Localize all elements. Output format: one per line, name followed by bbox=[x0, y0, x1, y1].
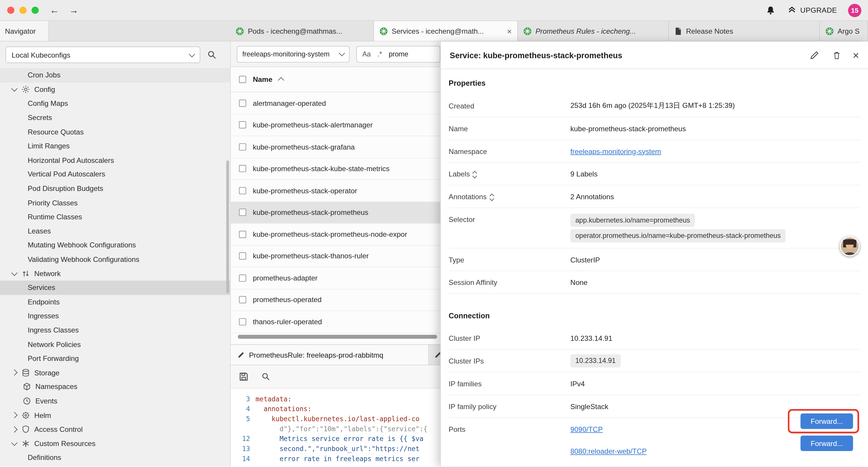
table-row[interactable]: kube-prometheus-stack-operator bbox=[231, 180, 446, 202]
sidebar-item-custom-resources[interactable]: Custom Resources bbox=[0, 436, 230, 450]
window-minimize-button[interactable] bbox=[20, 6, 27, 13]
sidebar-item-mutating-webhook-configurations[interactable]: Mutating Webhook Configurations bbox=[0, 238, 230, 252]
table-row[interactable]: thanos-ruler-operated bbox=[231, 311, 446, 333]
search-input[interactable]: Aa .* prome bbox=[356, 46, 440, 62]
search-icon[interactable] bbox=[259, 371, 272, 383]
dock-tab-prometheusrule[interactable]: PrometheusRule: freeleaps-prod-rabbitmq bbox=[231, 345, 429, 365]
sidebar-item-network-policies[interactable]: Network Policies bbox=[0, 337, 230, 351]
sidebar-item-leases[interactable]: Leases bbox=[0, 224, 230, 238]
sidebar-item-storage[interactable]: Storage bbox=[0, 366, 230, 380]
tab-services[interactable]: Services - icecheng@math... × bbox=[374, 21, 518, 41]
row-checkbox[interactable] bbox=[239, 165, 246, 172]
table-row[interactable]: prometheus-operated bbox=[231, 289, 446, 311]
sidebar-item-resource-quotas[interactable]: Resource Quotas bbox=[0, 125, 230, 139]
sidebar-item-config[interactable]: Config bbox=[0, 82, 230, 96]
sidebar-item-config-maps[interactable]: Config Maps bbox=[0, 96, 230, 111]
sidebar-item-limit-ranges[interactable]: Limit Ranges bbox=[0, 139, 230, 153]
forward-button[interactable]: Forward... bbox=[801, 436, 853, 451]
property-row-created: Created 253d 16h 6m ago (2025年1月13日 GMT+… bbox=[449, 95, 860, 117]
property-row-type: Type ClusterIP bbox=[449, 249, 860, 271]
sidebar-item-cron-jobs[interactable]: Cron Jobs bbox=[0, 68, 230, 82]
table-row[interactable]: kube-prometheus-stack-prometheus-node-ex… bbox=[231, 224, 446, 245]
table-row[interactable]: alertmanager-operated bbox=[231, 92, 446, 114]
sidebar-item-runtime-classes[interactable]: Runtime Classes bbox=[0, 210, 230, 224]
kubeconfig-selector[interactable]: Local Kubeconfigs bbox=[6, 47, 200, 63]
sidebar-item-ingresses[interactable]: Ingresses bbox=[0, 309, 230, 323]
dock-tab-label: PrometheusRule: freeleaps-prod-rabbitmq bbox=[249, 351, 383, 359]
table-row[interactable]: kube-prometheus-stack-thanos-ruler bbox=[231, 245, 446, 267]
back-arrow-icon[interactable]: ← bbox=[50, 5, 59, 16]
property-row-session-affinity: Session Affinity None bbox=[449, 271, 860, 294]
namespace-link[interactable]: freeleaps-monitoring-system bbox=[570, 147, 661, 155]
table-row[interactable]: kube-prometheus-stack-grafana bbox=[231, 136, 446, 158]
edit-icon[interactable] bbox=[808, 49, 820, 61]
sidebar-item-ingress-classes[interactable]: Ingress Classes bbox=[0, 323, 230, 337]
sidebar-item-validating-webhook-configurations[interactable]: Validating Webhook Configurations bbox=[0, 252, 230, 266]
close-icon[interactable]: × bbox=[852, 50, 859, 61]
editor-code[interactable]: metadata: annotations: kubectl.kubernete… bbox=[255, 388, 446, 466]
tab-argo[interactable]: Argo S bbox=[820, 21, 868, 41]
sidebar-item-port-forwarding[interactable]: Port Forwarding bbox=[0, 351, 230, 366]
regex-toggle[interactable]: .* bbox=[378, 50, 382, 58]
row-checkbox[interactable] bbox=[239, 187, 246, 194]
window-zoom-button[interactable] bbox=[32, 6, 39, 13]
name-column-header[interactable]: Name bbox=[253, 76, 272, 84]
tab-prometheus-rules[interactable]: Prometheus Rules - icecheng... bbox=[518, 21, 669, 41]
sidebar-item-namespaces[interactable]: Namespaces bbox=[0, 380, 230, 394]
namespace-filter-dropdown[interactable]: freeleaps-monitoring-system bbox=[237, 46, 349, 62]
row-checkbox[interactable] bbox=[239, 99, 246, 107]
forward-button[interactable]: Forward... bbox=[801, 413, 853, 429]
sidebar-item-priority-classes[interactable]: Priority Classes bbox=[0, 196, 230, 210]
bell-icon[interactable] bbox=[764, 4, 776, 16]
row-checkbox[interactable] bbox=[239, 253, 246, 260]
row-checkbox[interactable] bbox=[239, 318, 246, 325]
row-checkbox[interactable] bbox=[239, 209, 246, 216]
horizontal-scrollbar[interactable] bbox=[231, 334, 440, 339]
row-checkbox[interactable] bbox=[239, 274, 246, 282]
floating-avatar[interactable] bbox=[840, 236, 860, 256]
sidebar-item-endpoints[interactable]: Endpoints bbox=[0, 295, 230, 309]
sidebar-item-services[interactable]: Services bbox=[0, 281, 230, 295]
sidebar-item-horizontal-pod-autoscalers[interactable]: Horizontal Pod Autoscalers bbox=[0, 153, 230, 167]
sidebar-item-network[interactable]: Network bbox=[0, 266, 230, 281]
port-link-9090[interactable]: 9090/TCP bbox=[570, 425, 603, 433]
table-row[interactable]: prometheus-adapter bbox=[231, 267, 446, 289]
sidebar-item-pod-disruption-budgets[interactable]: Pod Disruption Budgets bbox=[0, 181, 230, 196]
row-checkbox[interactable] bbox=[239, 231, 246, 238]
trash-icon[interactable] bbox=[831, 49, 843, 61]
sidebar-item-access-control[interactable]: Access Control bbox=[0, 422, 230, 436]
window-close-button[interactable] bbox=[7, 6, 14, 13]
table-row-selected[interactable]: kube-prometheus-stack-prometheus bbox=[231, 202, 446, 224]
match-case-toggle[interactable]: Aa bbox=[362, 50, 371, 58]
port-link-8080[interactable]: 8080:reloader-web/TCP bbox=[570, 447, 647, 455]
scrollbar-thumb[interactable] bbox=[238, 335, 437, 339]
save-icon[interactable] bbox=[237, 371, 249, 383]
sort-ascending-icon[interactable] bbox=[278, 77, 284, 83]
sidebar-item-helm[interactable]: Helm bbox=[0, 408, 230, 422]
table-row[interactable]: kube-prometheus-stack-kube-state-metrics bbox=[231, 158, 446, 180]
row-checkbox[interactable] bbox=[239, 143, 246, 150]
row-checkbox[interactable] bbox=[239, 296, 246, 303]
sidebar-item-secrets[interactable]: Secrets bbox=[0, 111, 230, 125]
search-icon[interactable] bbox=[206, 49, 218, 61]
expand-toggle-icon[interactable] bbox=[473, 170, 476, 178]
table-row[interactable]: kube-prometheus-stack-alertmanager bbox=[231, 114, 446, 136]
sidebar-scrollbar[interactable] bbox=[226, 160, 229, 293]
tab-label: Release Notes bbox=[686, 27, 814, 35]
forward-arrow-icon[interactable]: → bbox=[69, 5, 79, 16]
search-value: prome bbox=[389, 50, 408, 58]
expand-toggle-icon[interactable] bbox=[490, 193, 493, 200]
tab-release-notes[interactable]: Release Notes bbox=[669, 21, 820, 41]
row-checkbox[interactable] bbox=[239, 121, 246, 128]
chevron-right-icon bbox=[11, 370, 18, 376]
select-all-checkbox[interactable] bbox=[239, 76, 246, 83]
sidebar-item-vertical-pod-autoscalers[interactable]: Vertical Pod Autoscalers bbox=[0, 167, 230, 181]
sidebar-item-events[interactable]: Events bbox=[0, 394, 230, 408]
sidebar-item-definitions[interactable]: Definitions bbox=[0, 450, 230, 465]
yaml-editor[interactable]: 3 4 5 12 13 14 metadata: annotations: ku… bbox=[231, 388, 446, 466]
tab-close-icon[interactable]: × bbox=[507, 26, 512, 36]
notification-count-badge[interactable]: 15 bbox=[848, 4, 862, 17]
upgrade-button[interactable]: UPGRADE bbox=[788, 6, 837, 15]
navigator-header[interactable]: Navigator bbox=[0, 21, 49, 41]
tab-pods[interactable]: Pods - icecheng@mathmas... bbox=[230, 21, 374, 41]
